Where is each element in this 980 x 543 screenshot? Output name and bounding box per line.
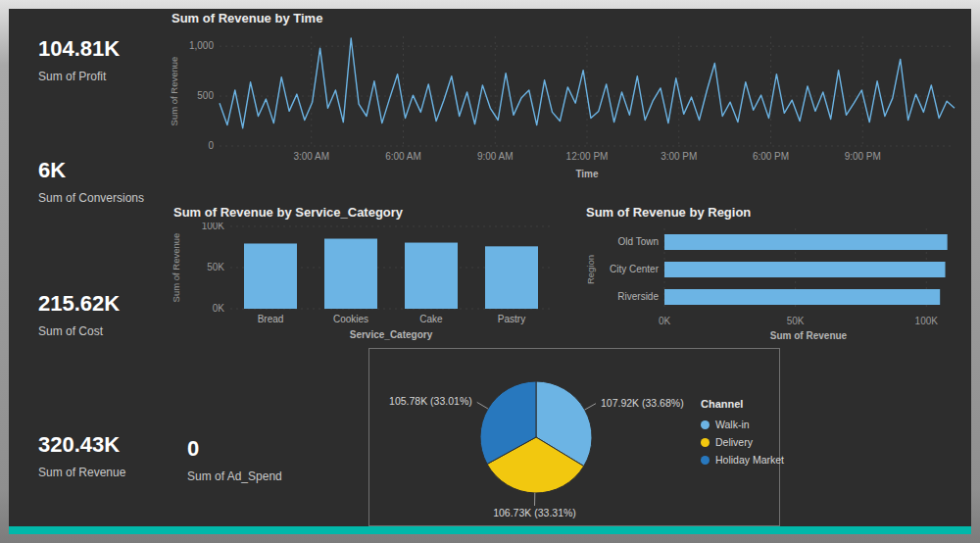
pie-slice-label: 107.92K (33.68%) bbox=[601, 397, 684, 409]
legend-item-delivery[interactable]: Delivery bbox=[701, 433, 784, 451]
x-tick-label: 6:00 AM bbox=[385, 151, 421, 162]
y-tick-label: 50K bbox=[207, 262, 224, 272]
kpi-cost-value: 215.62K bbox=[38, 291, 120, 317]
revenue-by-service-category-title: Sum of Revenue by Service_Category bbox=[168, 203, 562, 220]
pie-slice-label: 106.73K (33.31%) bbox=[493, 507, 576, 518]
accent-bar bbox=[9, 526, 971, 534]
legend-item-holiday-market[interactable]: Holiday Market bbox=[701, 451, 784, 469]
x-tick-label: Cake bbox=[419, 314, 443, 324]
window-frame: 104.81K Sum of Profit 6K Sum of Conversi… bbox=[0, 0, 980, 543]
bar-city-center[interactable] bbox=[664, 262, 946, 277]
revenue-by-time-title: Sum of Revenue by Time bbox=[166, 9, 969, 25]
legend-swatch-walk-in bbox=[701, 420, 710, 429]
pie-legend: Channel Walk-in Delivery Holiday Market bbox=[701, 398, 784, 469]
bar-old-town[interactable] bbox=[664, 234, 948, 250]
panel-revenue-by-channel: 107.92K (33.68%)106.73K (33.31%)105.78K … bbox=[368, 348, 780, 526]
bar-bread[interactable] bbox=[244, 243, 297, 309]
x-tick-label: Cookies bbox=[333, 314, 368, 324]
bar-riverside[interactable] bbox=[664, 289, 940, 305]
x-tick-label: 100K bbox=[915, 316, 939, 326]
panel-revenue-by-region: Sum of Revenue by Region 0K50K100KOld To… bbox=[580, 203, 971, 348]
kpi-conversions-value: 6K bbox=[38, 158, 144, 183]
pie-label-line bbox=[585, 404, 596, 410]
kpi-profit-label: Sum of Profit bbox=[38, 70, 120, 83]
x-axis-title: Time bbox=[575, 169, 599, 179]
legend-label-delivery: Delivery bbox=[715, 436, 753, 448]
legend-item-walk-in[interactable]: Walk-in bbox=[701, 416, 784, 433]
revenue-by-time-chart[interactable]: 05001,0003:00 AM6:00 AM9:00 AM12:00 PM3:… bbox=[166, 28, 969, 189]
y-tick-label: 0 bbox=[208, 140, 214, 151]
kpi-ad-spend-label: Sum of Ad_Spend bbox=[187, 469, 282, 483]
x-tick-label: 0K bbox=[659, 316, 671, 326]
revenue-by-region-chart[interactable]: 0K50K100KOld TownCity CenterRiversideSum… bbox=[580, 222, 971, 346]
y-tick-label: 100K bbox=[202, 222, 225, 231]
y-tick-label: City Center bbox=[610, 264, 660, 274]
y-axis-title: Sum of Revenue bbox=[169, 57, 179, 126]
kpi-profit[interactable]: 104.81K Sum of Profit bbox=[38, 36, 120, 83]
kpi-ad-spend-value: 0 bbox=[187, 436, 282, 462]
legend-title: Channel bbox=[701, 398, 784, 410]
kpi-cost[interactable]: 215.62K Sum of Cost bbox=[38, 291, 120, 338]
panel-revenue-by-service-category: Sum of Revenue by Service_Category 0K50K… bbox=[168, 203, 562, 348]
bar-pastry[interactable] bbox=[485, 246, 538, 309]
x-tick-label: 3:00 AM bbox=[293, 151, 329, 162]
kpi-conversions[interactable]: 6K Sum of Conversions bbox=[38, 158, 144, 205]
x-tick-label: 9:00 PM bbox=[845, 151, 881, 162]
panel-revenue-by-time: Sum of Revenue by Time 05001,0003:00 AM6… bbox=[166, 9, 969, 195]
y-tick-label: 1,000 bbox=[189, 40, 214, 51]
y-axis-title: Region bbox=[585, 255, 596, 284]
x-tick-label: 50K bbox=[787, 316, 805, 326]
y-tick-label: 0K bbox=[213, 303, 225, 314]
y-tick-label: Riverside bbox=[617, 291, 659, 302]
x-axis-title: Service_Category bbox=[350, 329, 433, 340]
bar-cookies[interactable] bbox=[324, 239, 377, 309]
x-tick-label: 9:00 AM bbox=[477, 151, 514, 162]
kpi-revenue[interactable]: 320.43K Sum of Revenue bbox=[38, 432, 125, 479]
kpi-cost-label: Sum of Cost bbox=[38, 324, 120, 338]
y-axis-title: Sum of Revenue bbox=[171, 233, 181, 303]
x-tick-label: 12:00 PM bbox=[566, 151, 609, 162]
kpi-ad-spend[interactable]: 0 Sum of Ad_Spend bbox=[187, 436, 282, 483]
y-tick-label: Old Town bbox=[617, 236, 659, 247]
x-axis-title: Sum of Revenue bbox=[770, 330, 848, 341]
legend-swatch-holiday-market bbox=[701, 456, 710, 465]
dashboard-canvas: 104.81K Sum of Profit 6K Sum of Conversi… bbox=[9, 9, 971, 534]
y-tick-label: 500 bbox=[197, 90, 214, 101]
bar-cake[interactable] bbox=[405, 243, 458, 309]
kpi-profit-value: 104.81K bbox=[38, 36, 120, 62]
kpi-conversions-label: Sum of Conversions bbox=[38, 191, 144, 205]
revenue-by-service-category-chart[interactable]: 0K50K100KBreadCookiesCakePastryService_C… bbox=[168, 222, 562, 346]
pie-slice-label: 105.78K (33.01%) bbox=[389, 395, 472, 407]
pie-label-line bbox=[477, 402, 488, 409]
kpi-revenue-label: Sum of Revenue bbox=[38, 466, 125, 479]
legend-swatch-delivery bbox=[701, 438, 710, 447]
legend-label-holiday-market: Holiday Market bbox=[715, 454, 784, 466]
x-tick-label: Bread bbox=[258, 314, 284, 324]
x-tick-label: 6:00 PM bbox=[753, 151, 789, 162]
revenue-by-region-title: Sum of Revenue by Region bbox=[580, 203, 971, 220]
kpi-revenue-value: 320.43K bbox=[38, 432, 125, 458]
x-tick-label: 3:00 PM bbox=[661, 151, 697, 162]
legend-label-walk-in: Walk-in bbox=[715, 419, 750, 430]
x-tick-label: Pastry bbox=[498, 314, 525, 324]
